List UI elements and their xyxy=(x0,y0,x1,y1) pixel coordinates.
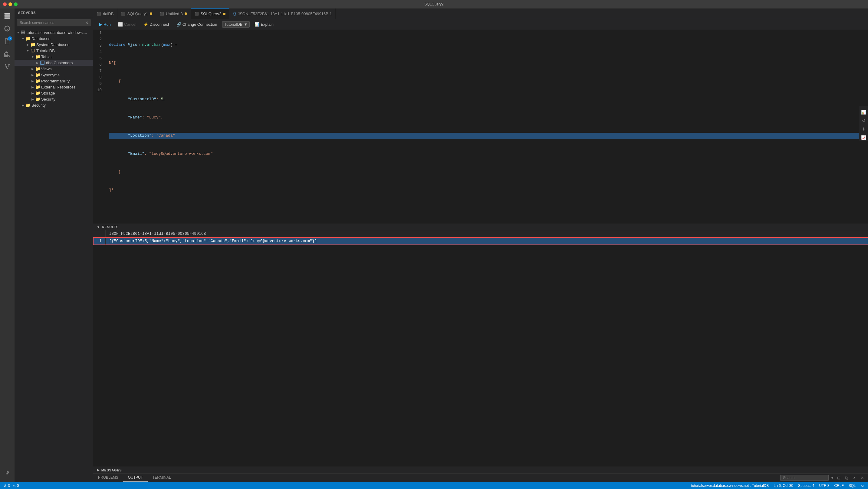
tab-label: Untitled-3 xyxy=(166,11,183,16)
tree-item-tutorialdb[interactable]: ▼ TutorialDB xyxy=(14,48,93,54)
tree-arrow[interactable]: ▶ xyxy=(25,43,30,46)
activity-file[interactable]: 3 xyxy=(1,35,13,47)
line-ending-info[interactable]: CRLF xyxy=(834,484,843,488)
tree-arrow[interactable]: ▶ xyxy=(30,67,35,70)
smiley-icon[interactable]: ☺ xyxy=(861,484,864,488)
code-editor[interactable]: 1 2 3 4 5 6 7 8 9 10 declare @json nvarc… xyxy=(93,30,868,224)
chevron-down-icon: ▼ xyxy=(244,22,248,27)
change-connection-icon: 🔗 xyxy=(177,22,181,27)
tree-item-dbo-customers[interactable]: ▶ dbo.Customers xyxy=(14,60,93,66)
minimize-button[interactable] xyxy=(8,2,12,6)
tree-arrow[interactable]: ▼ xyxy=(25,49,30,52)
tree-arrow[interactable]: ▶ xyxy=(30,79,35,83)
tree-item-synonyms[interactable]: ▶ 📁 Synonyms xyxy=(14,72,93,78)
results-header[interactable]: ▼ RESULTS xyxy=(93,224,868,230)
tree-label-security-server: Security xyxy=(31,103,46,108)
disconnect-button[interactable]: ⚡ Disconnect xyxy=(141,21,171,28)
activity-settings[interactable] xyxy=(1,467,13,479)
messages-collapse-arrow[interactable]: ▶ xyxy=(97,468,100,472)
tree-label-databases: Databases xyxy=(31,36,50,41)
encoding-info[interactable]: UTF-8 xyxy=(819,484,829,488)
editor-area: ⬛ rialDB ⬛ SQLQuery1 ⬛ Untitled-3 ⬛ SQLQ… xyxy=(93,8,868,482)
disconnect-icon: ⚡ xyxy=(144,22,148,27)
status-errors[interactable]: ⊗ 3 xyxy=(4,484,10,488)
tree-item-external-resources[interactable]: ▶ 📁 External Resources xyxy=(14,84,93,90)
tab-sqlquery1[interactable]: ⬛ SQLQuery1 xyxy=(117,8,156,19)
tab-bar: ⬛ rialDB ⬛ SQLQuery1 ⬛ Untitled-3 ⬛ SQLQ… xyxy=(93,8,868,19)
tab-output[interactable]: OUTPUT xyxy=(123,473,148,482)
tab-problems[interactable]: PROBLEMS xyxy=(93,473,123,482)
change-connection-button[interactable]: 🔗 Change Connection xyxy=(174,21,220,28)
code-content[interactable]: declare @json nvarchar(max) = N'[ { "Cus… xyxy=(105,30,868,224)
tab-untitled3[interactable]: ⬛ Untitled-3 xyxy=(156,8,191,19)
tree-arrow[interactable]: ▶ xyxy=(30,97,35,101)
maximize-button[interactable] xyxy=(14,2,18,6)
tree-view: ▼ tutorialserver.database.windows.... ▼ … xyxy=(14,28,93,482)
tree-arrow[interactable]: ▶ xyxy=(30,73,35,77)
result-cell: [{"CustomerID":5,"Name":"Lucy","Location… xyxy=(105,237,868,245)
tree-arrow[interactable]: ▼ xyxy=(16,31,21,34)
close-messages-icon[interactable]: ✕ xyxy=(859,474,866,481)
results-collapse-arrow[interactable]: ▼ xyxy=(97,225,100,229)
language-info[interactable]: SQL xyxy=(849,484,856,488)
tree-item-security-db[interactable]: ▶ 📁 Security xyxy=(14,96,93,102)
search-clear-icon[interactable]: ✕ xyxy=(85,20,89,25)
results-content[interactable]: JSON_F52E2B61-18A1-11d1-B105-00805F49916… xyxy=(93,230,868,467)
tree-item-server[interactable]: ▼ tutorialserver.database.windows.... xyxy=(14,29,93,35)
svg-point-5 xyxy=(24,31,25,32)
explain-button[interactable]: 📊 Explain xyxy=(252,21,276,28)
tab-sqlquery2[interactable]: ⬛ SQLQuery2 xyxy=(191,8,230,19)
tree-item-views[interactable]: ▶ 📁 Views xyxy=(14,66,93,72)
expand-up-icon[interactable]: ∧ xyxy=(851,474,858,481)
tree-item-tables[interactable]: ▼ 📁 Tables xyxy=(14,54,93,60)
tree-arrow[interactable]: ▶ xyxy=(35,61,40,64)
activity-git[interactable] xyxy=(1,61,13,73)
tree-arrow[interactable]: ▼ xyxy=(21,37,25,40)
tree-arrow[interactable]: ▶ xyxy=(30,91,35,95)
tab-sql-icon: ⬛ xyxy=(97,12,101,16)
status-warnings[interactable]: ⚠ 0 xyxy=(12,484,19,488)
cursor-position[interactable]: Ln 6, Col 30 xyxy=(774,484,793,488)
tab-modified-dot xyxy=(223,13,225,15)
connection-selector[interactable]: TutorialDB ▼ xyxy=(222,21,250,28)
activity-servers[interactable] xyxy=(1,10,13,22)
connection-info[interactable]: tutorialserver.database.windows.net : Tu… xyxy=(691,484,769,488)
tree-item-system-databases[interactable]: ▶ 📁 System Databases xyxy=(14,41,93,48)
tree-item-security-server[interactable]: ▶ 📁 Security xyxy=(14,102,93,108)
server-icon xyxy=(21,30,25,35)
folder-icon: 📁 xyxy=(35,73,40,77)
cancel-button: ⬜ Cancel xyxy=(116,21,138,28)
tree-item-programmability[interactable]: ▶ 📁 Programmability xyxy=(14,78,93,84)
tab-json[interactable]: {} JSON_F52E2B61-18A1-11d1-B105-00805F49… xyxy=(229,8,336,19)
copy-icon[interactable]: ⎘ xyxy=(843,474,850,481)
tab-rialdb[interactable]: ⬛ rialDB xyxy=(93,8,117,19)
messages-header[interactable]: ▶ MESSAGES xyxy=(93,467,868,473)
search-box[interactable]: ✕ xyxy=(17,19,91,26)
search-input[interactable] xyxy=(17,19,91,26)
close-button[interactable] xyxy=(3,2,7,6)
tab-terminal[interactable]: TERMINAL xyxy=(148,473,176,482)
window-controls[interactable] xyxy=(3,2,18,6)
tab-overflow-button[interactable]: ··· xyxy=(860,11,868,16)
search-dropdown-icon[interactable]: ▼ xyxy=(831,476,834,480)
tree-arrow[interactable]: ▼ xyxy=(30,55,35,58)
spaces-info[interactable]: Spaces: 4 xyxy=(798,484,814,488)
tree-item-storage[interactable]: ▶ 📁 Storage xyxy=(14,90,93,96)
tab-label: rialDB xyxy=(103,11,114,16)
tab-modified-dot xyxy=(185,12,187,15)
folder-icon: 📁 xyxy=(25,36,30,41)
run-icon: ▶ xyxy=(99,22,102,27)
tree-arrow[interactable]: ▶ xyxy=(21,104,25,107)
results-panel: ▼ RESULTS JSON_F52E2B61-18A1-11d1-B105-0… xyxy=(93,224,868,467)
messages-search-input[interactable] xyxy=(780,475,829,481)
folder-icon: 📁 xyxy=(35,66,40,71)
filter-icon[interactable]: ⊟ xyxy=(835,474,842,481)
table-row[interactable]: 1 [{"CustomerID":5,"Name":"Lucy","Locati… xyxy=(93,237,868,245)
run-button[interactable]: ▶ Run xyxy=(97,21,113,28)
tree-arrow[interactable]: ▶ xyxy=(30,85,35,89)
activity-history[interactable] xyxy=(1,22,13,34)
tree-label-views: Views xyxy=(41,67,52,71)
activity-search[interactable] xyxy=(1,48,13,60)
tree-item-databases[interactable]: ▼ 📁 Databases xyxy=(14,35,93,41)
svg-point-6 xyxy=(24,33,25,34)
